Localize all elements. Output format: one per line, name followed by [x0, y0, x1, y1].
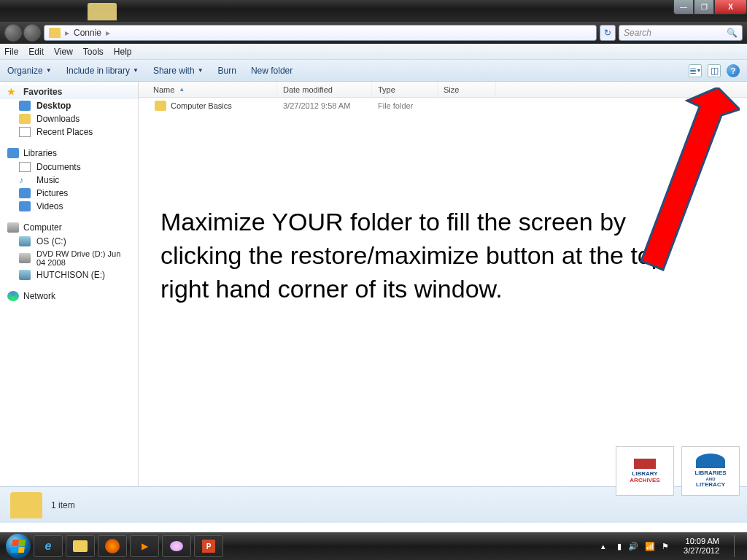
- column-name[interactable]: Name▲: [139, 82, 277, 97]
- start-button[interactable]: [6, 534, 31, 559]
- task-explorer[interactable]: [66, 535, 95, 557]
- column-size[interactable]: Size: [438, 82, 496, 97]
- firefox-icon: [105, 539, 120, 553]
- folder-icon: [88, 3, 117, 20]
- volume-icon[interactable]: 🔊: [628, 542, 638, 551]
- chevron-right-icon: ▸: [106, 28, 110, 38]
- star-icon: ★: [7, 87, 19, 97]
- sidebar-item-downloads[interactable]: Downloads: [0, 112, 138, 125]
- task-ie[interactable]: e: [34, 535, 63, 557]
- breadcrumb[interactable]: ▸ Connie ▸: [44, 25, 597, 41]
- flag-icon[interactable]: ⚑: [662, 542, 669, 551]
- folder-icon: [155, 101, 166, 111]
- search-icon[interactable]: 🔍: [727, 28, 738, 38]
- breadcrumb-folder[interactable]: Connie: [74, 28, 101, 38]
- share-with-button[interactable]: Share with▼: [153, 66, 204, 76]
- sidebar-computer-header[interactable]: Computer: [0, 220, 138, 235]
- libraries-icon: [7, 148, 19, 158]
- help-icon[interactable]: ?: [727, 64, 740, 77]
- folder-icon: [10, 492, 42, 518]
- sidebar-item-desktop[interactable]: Desktop: [0, 99, 138, 112]
- sidebar-favorites-header[interactable]: ★Favorites: [0, 85, 138, 99]
- disc-icon: [19, 253, 31, 263]
- play-icon: ▶: [142, 541, 148, 551]
- music-icon: ♪: [19, 175, 31, 185]
- column-date[interactable]: Date modified: [277, 82, 372, 97]
- preview-pane-button[interactable]: ◫: [708, 64, 721, 77]
- show-desktop-button[interactable]: [734, 535, 741, 557]
- burn-button[interactable]: Burn: [218, 66, 236, 76]
- refresh-button[interactable]: ↻: [600, 25, 616, 41]
- task-paint[interactable]: [162, 535, 191, 557]
- maximize-button[interactable]: ❐: [694, 0, 714, 15]
- file-row[interactable]: Computer Basics 3/27/2012 9:58 AM File f…: [139, 98, 747, 114]
- sidebar-item-documents[interactable]: Documents: [0, 160, 138, 174]
- menu-file[interactable]: File: [4, 47, 18, 57]
- drive-icon: [19, 270, 31, 280]
- computer-icon: [7, 222, 19, 233]
- documents-icon: [19, 162, 31, 172]
- organize-button[interactable]: Organize▼: [7, 66, 52, 76]
- search-input[interactable]: Search 🔍: [619, 25, 743, 41]
- sidebar-item-videos[interactable]: Videos: [0, 200, 138, 213]
- downloads-icon: [19, 114, 31, 124]
- recent-places-icon: [19, 127, 31, 137]
- sidebar-network-header[interactable]: Network: [0, 289, 138, 303]
- chevron-down-icon: ▼: [133, 67, 139, 74]
- window-controls: — ❐ X: [673, 0, 747, 15]
- network-icon: [7, 291, 19, 301]
- window-titlebar: — ❐ X: [0, 0, 747, 22]
- back-button[interactable]: [4, 24, 22, 42]
- sidebar-item-usb[interactable]: HUTCHISON (E:): [0, 268, 138, 281]
- sidebar-item-os-c[interactable]: OS (C:): [0, 235, 138, 248]
- column-headers: Name▲ Date modified Type Size: [139, 82, 747, 98]
- drive-icon: [19, 236, 31, 246]
- battery-icon[interactable]: ▮: [617, 542, 622, 551]
- task-powerpoint[interactable]: P: [194, 535, 223, 557]
- powerpoint-icon: P: [202, 540, 215, 553]
- tray-chevron-up-icon[interactable]: ▴: [601, 542, 605, 551]
- sidebar-libraries-header[interactable]: Libraries: [0, 146, 138, 160]
- ie-icon: e: [45, 540, 52, 553]
- network-icon[interactable]: 📶: [645, 542, 655, 551]
- close-button[interactable]: X: [714, 0, 747, 15]
- sort-asc-icon: ▲: [179, 86, 185, 93]
- view-options-button[interactable]: ≣▼: [689, 64, 702, 77]
- sidebar-item-recent-places[interactable]: Recent Places: [0, 125, 138, 139]
- column-type[interactable]: Type: [372, 82, 438, 97]
- forward-button[interactable]: [23, 24, 41, 42]
- menu-view[interactable]: View: [54, 47, 73, 57]
- file-name: Computer Basics: [171, 101, 232, 110]
- sidebar-item-music[interactable]: ♪Music: [0, 174, 138, 187]
- instruction-text: Maximize YOUR folder to fill the screen …: [160, 206, 696, 306]
- library-archives-logo: LIBRARY ARCHIVES: [616, 446, 674, 496]
- new-folder-button[interactable]: New folder: [251, 66, 293, 76]
- sidebar-item-pictures[interactable]: Pictures: [0, 187, 138, 200]
- clock-time: 10:09 AM: [684, 537, 719, 546]
- folder-icon: [49, 28, 61, 38]
- task-firefox[interactable]: [98, 535, 127, 557]
- chevron-right-icon: ▸: [65, 28, 69, 38]
- videos-icon: [19, 201, 31, 211]
- taskbar-clock[interactable]: 10:09 AM 3/27/2012: [684, 537, 719, 556]
- logo-area: LIBRARY ARCHIVES LIBRARIES AND LITERACY: [616, 446, 740, 496]
- file-date: 3/27/2012 9:58 AM: [277, 101, 372, 110]
- tray-icons: ▮ 🔊 📶 ⚑: [613, 542, 669, 551]
- windows-logo-icon: [11, 540, 26, 553]
- include-in-library-button[interactable]: Include in library▼: [66, 66, 139, 76]
- chevron-down-icon: ▼: [198, 67, 204, 74]
- sidebar-item-dvd[interactable]: DVD RW Drive (D:) Jun 04 2008: [0, 248, 138, 268]
- file-list: Name▲ Date modified Type Size Computer B…: [139, 82, 747, 486]
- menu-edit[interactable]: Edit: [28, 47, 44, 57]
- file-type: File folder: [372, 101, 438, 110]
- system-tray: ▴ ▮ 🔊 📶 ⚑ 10:09 AM 3/27/2012: [601, 535, 741, 557]
- menu-help[interactable]: Help: [114, 47, 132, 57]
- task-media-player[interactable]: ▶: [130, 535, 159, 557]
- libraries-literacy-logo: LIBRARIES AND LITERACY: [681, 446, 740, 496]
- minimize-button[interactable]: —: [673, 0, 694, 15]
- taskbar: e ▶ P ▴ ▮ 🔊 📶 ⚑ 10:09 AM 3/27/2012: [0, 532, 747, 560]
- clock-date: 3/27/2012: [684, 546, 719, 556]
- explorer-body: ★Favorites Desktop Downloads Recent Plac…: [0, 82, 747, 486]
- menu-tools[interactable]: Tools: [83, 47, 104, 57]
- explorer-icon: [73, 540, 88, 552]
